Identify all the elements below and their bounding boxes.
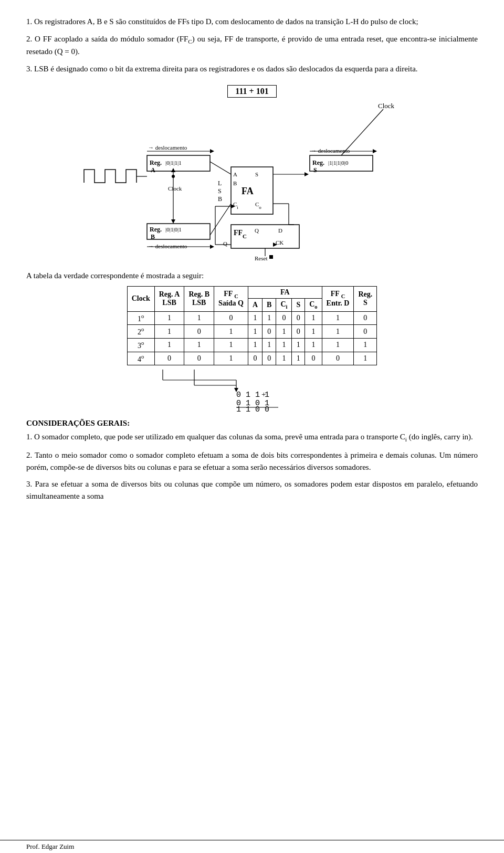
paragraph-1: 1. Os registradores A, B e S são constit… [26, 16, 478, 28]
svg-marker-12 [171, 219, 175, 224]
cell-fa-s: 1 [292, 352, 305, 365]
svg-text:B: B [233, 180, 237, 186]
paragraph-3: 3. LSB é designado como o bit da extrema… [26, 63, 478, 75]
svg-rect-47 [269, 255, 273, 259]
table-row: 3o 1 1 1 1 1 1 1 1 1 1 [127, 338, 377, 352]
paragraph-2: 2. O FF acoplado a saída do módulo somad… [26, 33, 478, 58]
svg-text:→ deslocamento: → deslocamento [311, 148, 350, 154]
table-header-row1: Clock Reg. ALSB Reg. BLSB FF CSaída Q FA… [127, 286, 377, 298]
svg-line-30 [210, 162, 231, 174]
cell-fa-ci: 1 [276, 352, 292, 365]
cell-ffc-d: 1 [322, 325, 354, 339]
svg-marker-59 [373, 149, 377, 153]
cell-fa-ci: 1 [276, 338, 292, 352]
cell-ffc-d: 1 [322, 311, 354, 325]
p3-text: 3. LSB é designado como o bit da extrema… [26, 65, 418, 73]
c3-text: 3. Para se efetuar a soma de diversos bi… [26, 480, 478, 500]
p1-text: 1. Os registradores A, B e S são constit… [26, 17, 418, 26]
cell-regb: 1 [184, 338, 214, 352]
th-ffc-saida: FF CSaída Q [214, 286, 248, 311]
svg-text:Reg.: Reg. [312, 159, 324, 166]
svg-point-61 [172, 175, 175, 178]
cell-regs: 1 [354, 338, 377, 352]
cell-regb: 0 [184, 325, 214, 339]
cell-rega: 1 [154, 325, 184, 339]
th-fa-ci: Ci [276, 298, 292, 311]
svg-text:S: S [313, 166, 317, 174]
cell-clock: 4o [127, 352, 154, 365]
binary-arrows-svg: 0 1 1 1 0 1 0 1 + 1 1 0 0 [121, 370, 383, 412]
cell-fa-a: 1 [248, 325, 262, 339]
svg-text:B: B [151, 233, 155, 240]
cell-fa-co: 1 [305, 338, 322, 352]
table-caption: A tabela da verdade correspondente é mos… [26, 270, 478, 282]
c1-prefix: 1. O somador completo, que pode ser util… [26, 433, 405, 441]
cell-regb: 1 [184, 311, 214, 325]
svg-marker-19 [210, 245, 214, 249]
p2-sub: C [188, 38, 192, 45]
cell-fa-s: 1 [292, 338, 305, 352]
svg-text:Q: Q [223, 240, 227, 247]
cell-fa-a: 1 [248, 338, 262, 352]
cell-fa-co: 1 [305, 311, 322, 325]
th-regb: Reg. BLSB [184, 286, 214, 311]
svg-text:L: L [218, 180, 222, 187]
cell-fa-co: 1 [305, 325, 322, 339]
th-fa-s: S [292, 298, 305, 311]
cell-fa-b: 0 [262, 325, 276, 339]
svg-text:FFC: FFC [234, 229, 247, 239]
cell-fa-s: 0 [292, 311, 305, 325]
table-row: 4o 0 0 1 0 0 1 1 0 0 1 [127, 352, 377, 365]
svg-text:D: D [278, 227, 282, 234]
svg-text:Ci: Ci [233, 201, 238, 210]
considerations-title-text: CONSIDERAÇÕES GERAIS: [26, 419, 130, 427]
cell-rega: 1 [154, 338, 184, 352]
svg-text:Q: Q [255, 227, 259, 234]
cell-clock: 2o [127, 325, 154, 339]
c1-suffix: (do inglês, carry in). [407, 433, 473, 441]
svg-text:|0|1|0|1: |0|1|0|1 [165, 226, 182, 233]
cell-ffc: 1 [214, 325, 248, 339]
cell-clock: 1o [127, 311, 154, 325]
svg-line-31 [210, 204, 231, 235]
table-row: 1o 1 1 0 1 1 0 0 1 1 0 [127, 311, 377, 325]
svg-text:S: S [255, 171, 258, 177]
th-ffc-entr: FF CEntr. D [322, 286, 354, 311]
circuit-svg: Clock Reg. A |0|1|1|1 → deslocamento Clo… [68, 99, 436, 261]
cell-fa-co: 0 [305, 352, 322, 365]
svg-text:|0|1|1|1: |0|1|1|1 [165, 160, 182, 166]
svg-text:A: A [233, 171, 237, 177]
th-fa-b: B [262, 298, 276, 311]
svg-text:Reg.: Reg. [150, 226, 162, 233]
svg-text:Clock: Clock [378, 102, 395, 110]
cell-clock: 3o [127, 338, 154, 352]
table-row: 2o 1 0 1 1 0 1 0 1 1 0 [127, 325, 377, 339]
truth-table: Clock Reg. ALSB Reg. BLSB FF CSaída Q FA… [127, 286, 377, 365]
cell-fa-a: 1 [248, 311, 262, 325]
cell-ffc: 1 [214, 352, 248, 365]
circuit-diagram: 111 + 101 Clock Reg. A |0|1|1|1 → desloc… [26, 85, 478, 261]
cell-fa-b: 0 [262, 352, 276, 365]
cell-regs: 0 [354, 311, 377, 325]
svg-text:FA: FA [242, 186, 254, 196]
svg-marker-10 [171, 168, 175, 172]
consideration-2: 2. Tanto o meio somador como o somador c… [26, 449, 478, 473]
svg-text:Co: Co [255, 201, 261, 210]
cell-fa-ci: 1 [276, 325, 292, 339]
svg-text:+: + [261, 390, 266, 398]
svg-marker-6 [210, 149, 214, 153]
svg-text:B: B [218, 195, 222, 203]
cell-fa-a: 0 [248, 352, 262, 365]
cell-fa-b: 1 [262, 338, 276, 352]
svg-text:Reg.: Reg. [150, 159, 162, 166]
footer-prof: Prof. Edgar Zuim [26, 843, 74, 851]
cell-regs: 1 [354, 352, 377, 365]
th-regs: Reg.S [354, 286, 377, 311]
th-clock: Clock [127, 286, 154, 311]
consideration-3: 3. Para se efetuar a soma de diversos bi… [26, 478, 478, 502]
diagram-title: 111 + 101 [227, 85, 276, 98]
cell-ffc: 1 [214, 338, 248, 352]
svg-text:Clock: Clock [168, 185, 182, 192]
cell-regs: 0 [354, 325, 377, 339]
th-rega: Reg. ALSB [154, 286, 184, 311]
